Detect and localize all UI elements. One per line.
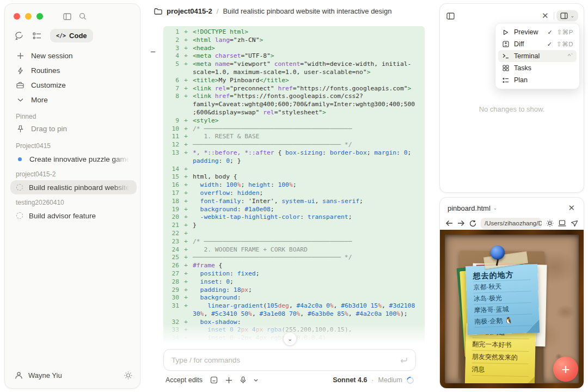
code-line: 17+ overflow: hidden; xyxy=(163,189,425,198)
page-title: Build realistic pinboard website with in… xyxy=(223,7,391,15)
chevron-down-icon: ⌄ xyxy=(570,13,574,19)
code-line: 33+ inset 0 2px 4px rgba(255,200,100,0.1… xyxy=(163,326,425,334)
shortcut: ⇧⌘D xyxy=(556,40,573,48)
collapse-diff-handle[interactable]: − xyxy=(150,47,156,58)
code-line: 4+<meta charset="UTF-8"> xyxy=(163,52,425,60)
code-lines: 1+<!DOCTYPE html>2+<html lang="zh-CN">3+… xyxy=(163,28,425,342)
session-item[interactable]: Create innovative puzzle game with b xyxy=(10,152,137,166)
file-tab[interactable]: pinboard.html xyxy=(448,204,491,212)
tasks-list-icon[interactable] xyxy=(33,32,41,40)
scroll-down-button[interactable]: ⌄ xyxy=(284,333,296,345)
view-menu: Preview ✓ ⇧⌘P Diff ✓ ⇧⌘D Terminal ^` Tas… xyxy=(495,23,580,89)
menu-item-preview[interactable]: Preview ✓ ⇧⌘P xyxy=(498,26,577,38)
code-line: 10+/* ──────────────────────────────────… xyxy=(163,125,425,133)
code-line: 7+<link rel="preconnect" href="https://f… xyxy=(163,85,425,93)
sidebar-item-routines[interactable]: Routines xyxy=(10,63,134,78)
sidebar-item-new-session[interactable]: New session xyxy=(10,48,134,63)
code-line: 16+ width: 100%; height: 100%; xyxy=(163,181,425,189)
model-selector[interactable]: Sonnet 4.6 xyxy=(333,376,367,384)
menu-label: Customize xyxy=(31,81,66,89)
code-line: 3+<head> xyxy=(163,45,425,53)
user-name[interactable]: Wayne Yiu xyxy=(28,371,62,379)
menu-item-terminal[interactable]: Terminal ^` xyxy=(498,50,577,62)
traffic-light-zoom[interactable] xyxy=(36,13,43,20)
session-label: Create innovative puzzle game with b xyxy=(29,155,131,163)
push-pin xyxy=(491,246,505,260)
page-preview[interactable]: 的周边翻完一本好书朋友突然发来的消息 想去的地方 京都·秋天冰岛·极光摩洛哥·蓝… xyxy=(440,230,584,388)
sidebar: </> Code New session Routines Customize … xyxy=(4,3,140,389)
menu-item-tasks[interactable]: Tasks xyxy=(498,62,577,74)
panel-left-icon[interactable] xyxy=(446,13,455,20)
session-dot-icon xyxy=(18,157,22,161)
file-tab-chevron-icon[interactable]: ⌄ xyxy=(493,205,498,211)
group-title: project0415-2 xyxy=(10,166,137,180)
code-line: 1+<!DOCTYPE html> xyxy=(163,28,425,36)
view-switcher-button[interactable]: ⌄ xyxy=(556,10,578,21)
add-attachment-icon[interactable] xyxy=(225,377,232,384)
panel-right-icon xyxy=(560,13,568,19)
code-line: 24+ 2. WOODEN FRAME + CORK BOARD xyxy=(163,246,425,254)
breadcrumb-project[interactable]: project0415-2 xyxy=(167,7,212,15)
sidebar-item-more[interactable]: More xyxy=(10,93,134,107)
return-key-icon xyxy=(400,357,408,363)
forward-icon[interactable] xyxy=(457,220,465,226)
device-icon[interactable] xyxy=(558,220,566,226)
brightness-icon[interactable] xyxy=(546,219,554,227)
folded-corner xyxy=(526,320,540,333)
traffic-light-close[interactable] xyxy=(14,13,20,20)
empty-changes-message: No changes to show. xyxy=(440,105,584,113)
toolbox-icon xyxy=(16,82,24,89)
menu-label: New session xyxy=(31,52,73,60)
search-icon[interactable] xyxy=(79,13,87,20)
theme-sun-icon[interactable] xyxy=(124,371,132,379)
close-preview-icon[interactable]: ✕ xyxy=(565,203,578,213)
code-line: 5+<meta name="viewport" content="width=d… xyxy=(163,60,425,77)
back-icon[interactable] xyxy=(445,220,453,226)
browser-toolbar: /Users/zihaozhang/Dc xyxy=(445,217,578,229)
diff-icon xyxy=(501,41,510,47)
effort-level[interactable]: Medium xyxy=(378,376,402,384)
accept-edits-label[interactable]: Accept edits xyxy=(166,376,203,384)
cork-board: 的周边翻完一本好书朋友突然发来的消息 想去的地方 京都·秋天冰岛·极光摩洛哥·蓝… xyxy=(445,235,579,383)
pin-icon xyxy=(16,125,24,133)
open-external-icon[interactable] xyxy=(571,220,578,227)
shortcut: ^` xyxy=(568,53,573,59)
diff-editor[interactable]: 1+<!DOCTYPE html>2+<html lang="zh-CN">3+… xyxy=(163,26,425,346)
command-input[interactable]: Type / for commands xyxy=(163,349,416,371)
url-field[interactable]: /Users/zihaozhang/Dc xyxy=(481,218,542,229)
menu-item-label: Diff xyxy=(514,40,543,48)
traffic-light-minimize[interactable] xyxy=(25,13,32,20)
session-progress-icon xyxy=(16,184,23,191)
composer-toolbar: Accept edits Sonnet 4.6 · Medium xyxy=(166,376,414,384)
preview-panel: pinboard.html ⌄ ✕ /Users/zihaozhang/Dc 的… xyxy=(439,197,584,389)
tasks-grid-icon xyxy=(501,65,510,71)
menu-label: More xyxy=(31,96,48,104)
close-panel-icon[interactable]: ✕ xyxy=(538,11,552,21)
blue-sticky-note[interactable]: 想去的地方 京都·秋天冰岛·极光摩洛哥·蓝城南极·企鹅 🐧 xyxy=(465,264,540,335)
code-line: 31+ linear-gradient(105deg, #4a2c0a 0%, … xyxy=(163,302,425,318)
chats-icon[interactable] xyxy=(15,32,24,40)
menu-item-diff[interactable]: Diff ✓ ⇧⌘D xyxy=(498,38,577,50)
menu-item-label: Tasks xyxy=(514,64,565,72)
mic-options-chevron-icon[interactable] xyxy=(254,379,258,382)
sidebar-toggle-icon[interactable] xyxy=(63,13,71,20)
menu-item-plan[interactable]: Plan xyxy=(498,74,577,86)
session-label: Build realistic pinboard website with i xyxy=(29,183,131,192)
breadcrumb: project0415-2 / Build realistic pinboard… xyxy=(154,7,391,15)
code-line: 20+ -webkit-tap-highlight-color: transpa… xyxy=(163,213,425,222)
lightning-icon xyxy=(16,67,24,75)
microphone-icon[interactable] xyxy=(240,376,246,384)
group-title: testing20260410 xyxy=(10,194,137,209)
code-line: 21+} xyxy=(163,222,425,230)
reload-icon[interactable] xyxy=(469,220,476,227)
sidebar-item-customize[interactable]: Customize xyxy=(10,78,134,93)
add-note-button[interactable]: + xyxy=(553,357,578,382)
tab-code[interactable]: </> Code xyxy=(50,29,93,42)
auto-edit-icon[interactable] xyxy=(210,376,218,384)
session-item[interactable]: Build advisor feature xyxy=(10,209,137,223)
code-line: 9+<style> xyxy=(163,117,425,125)
code-line: 12+─────────────────────────────────────… xyxy=(163,141,425,149)
session-item[interactable]: Build realistic pinboard website with i xyxy=(10,180,137,194)
plus-icon xyxy=(16,52,24,59)
code-line: 26+#frame { xyxy=(163,262,425,270)
